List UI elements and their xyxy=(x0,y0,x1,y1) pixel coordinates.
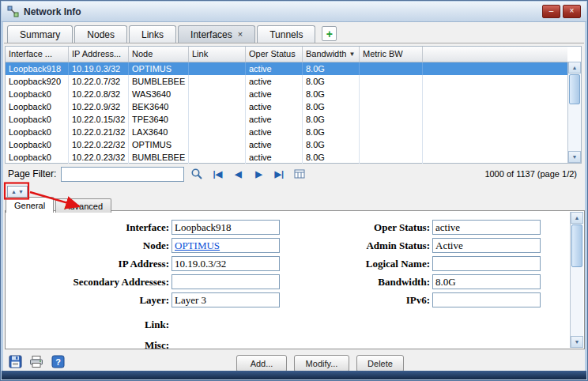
tab-close-icon[interactable]: × xyxy=(238,30,243,39)
table-row[interactable]: Loopback010.22.0.23/32BUMBLEBEEactive8.0… xyxy=(6,151,567,164)
table-vertical-scrollbar[interactable]: ▲ ▼ xyxy=(567,62,581,163)
last-page-button[interactable]: ▶| xyxy=(271,169,287,179)
table-row[interactable]: Loopback010.22.0.15/32TPE3640active8.0G xyxy=(6,113,567,126)
table-cell-filler xyxy=(423,138,567,151)
scroll-down-icon[interactable]: ▼ xyxy=(568,151,581,163)
add-tab-button[interactable]: + xyxy=(322,26,337,41)
collapse-panel-toggle[interactable]: ▲ ▼ xyxy=(7,186,28,198)
field-interface[interactable]: Loopback918 xyxy=(172,220,280,235)
previous-page-button[interactable]: ◀ xyxy=(230,169,246,179)
tab-summary[interactable]: Summary xyxy=(7,25,73,43)
scroll-down-icon[interactable]: ▼ xyxy=(571,336,583,348)
column-label: Bandwidth xyxy=(306,49,346,62)
table-row[interactable]: Loopback92010.22.0.7/32BUMBLEBEEactive8.… xyxy=(6,75,567,88)
save-button[interactable] xyxy=(7,355,23,369)
column-header-link[interactable]: Link xyxy=(189,47,246,62)
table-cell xyxy=(189,88,246,100)
table-cell: BEK3640 xyxy=(129,100,189,113)
tab-nodes[interactable]: Nodes xyxy=(74,25,127,43)
scrollbar-thumb[interactable] xyxy=(571,224,582,267)
tab-label: Nodes xyxy=(87,29,115,40)
field-ipv6[interactable] xyxy=(432,292,541,307)
delete-button[interactable]: Delete xyxy=(356,355,404,372)
field-logical-name[interactable] xyxy=(432,256,541,271)
interfaces-table: Interface ... IP Address... Node Link Op… xyxy=(5,46,582,164)
field-admin-status[interactable]: Active xyxy=(432,238,541,253)
table-cell: active xyxy=(246,138,303,151)
goto-page-button[interactable] xyxy=(292,167,307,181)
detail-form: Interface: Loopback918 Oper Status: acti… xyxy=(6,211,584,353)
column-header-ip-address[interactable]: IP Address... xyxy=(69,47,129,62)
first-page-button[interactable]: |◀ xyxy=(209,169,225,179)
tab-tunnels[interactable]: Tunnels xyxy=(257,25,315,43)
modify-button[interactable]: Modify... xyxy=(294,355,349,372)
table-cell: TPE3640 xyxy=(129,113,189,126)
table-row[interactable]: Loopback010.22.0.22/32OPTIMUSactive8.0G xyxy=(6,138,567,151)
table-cell: Loopback0 xyxy=(6,113,69,126)
field-label-secondary-addresses: Secondary Addresses: xyxy=(9,274,172,289)
table-row[interactable]: Loopback010.22.0.21/32LAX3640active8.0G xyxy=(6,126,567,138)
add-button[interactable]: Add... xyxy=(236,355,287,372)
tab-interfaces[interactable]: Interfaces × xyxy=(178,25,255,43)
field-label-interface: Interface: xyxy=(9,220,172,235)
table-cell: 8.0G xyxy=(303,138,360,151)
table-cell xyxy=(189,138,246,151)
field-label-ipv6: IPv6: xyxy=(280,292,432,307)
table-cell: 10.22.0.21/32 xyxy=(69,126,129,138)
next-page-button[interactable]: ▶ xyxy=(251,169,266,179)
detail-tab-general[interactable]: General xyxy=(6,197,54,213)
table-cell: 8.0G xyxy=(303,100,360,113)
field-label-ip-address: IP Address: xyxy=(9,256,172,271)
table-cell xyxy=(189,62,246,75)
tab-links[interactable]: Links xyxy=(129,25,176,43)
help-button[interactable]: ? xyxy=(50,355,66,369)
field-bandwidth[interactable]: 8.0G xyxy=(432,274,541,289)
field-node[interactable]: OPTIMUS xyxy=(172,238,280,253)
table-row[interactable]: Loopback010.22.0.8/32WAS3640active8.0G xyxy=(6,88,567,100)
detail-tab-advanced[interactable]: Advanced xyxy=(55,198,111,213)
footer-toolbar: ? Add... Modify... Delete xyxy=(5,351,583,372)
detail-vertical-scrollbar[interactable]: ▲ ▼ xyxy=(570,212,583,348)
table-cell-filler xyxy=(423,62,567,75)
node-link[interactable]: OPTIMUS xyxy=(175,240,220,251)
column-header-interface[interactable]: Interface ... xyxy=(6,47,69,62)
table-cell: 8.0G xyxy=(303,62,360,75)
table-cell: active xyxy=(246,62,303,75)
field-ip-address[interactable]: 10.19.0.3/32 xyxy=(172,256,280,271)
field-oper-status[interactable]: active xyxy=(432,220,541,235)
minimize-button[interactable]: – xyxy=(542,5,560,18)
page-filter-input[interactable] xyxy=(61,167,184,182)
table-cell-filler xyxy=(423,126,567,138)
close-button[interactable]: × xyxy=(563,5,581,18)
search-button[interactable] xyxy=(189,167,205,181)
table-cell xyxy=(189,151,246,164)
table-cell: Loopback0 xyxy=(6,100,69,113)
collapse-up-icon: ▲ xyxy=(11,188,17,196)
table-cell xyxy=(360,126,423,138)
field-label-oper-status: Oper Status: xyxy=(280,220,432,235)
scrollbar-thumb[interactable] xyxy=(569,74,580,104)
table-cell-filler xyxy=(423,88,567,100)
plus-icon: + xyxy=(326,28,333,40)
page-filter-label: Page Filter: xyxy=(8,168,56,179)
table-cell: Loopback0 xyxy=(6,126,69,138)
table-cell xyxy=(360,138,423,151)
table-cell: BUMBLEBEE xyxy=(129,151,189,164)
print-button[interactable] xyxy=(28,355,44,369)
scroll-up-icon[interactable]: ▲ xyxy=(571,212,583,224)
column-header-metric-bw[interactable]: Metric BW xyxy=(360,47,423,62)
table-row[interactable]: Loopback010.22.0.9/32BEK3640active8.0G xyxy=(6,100,567,113)
field-secondary-addresses[interactable] xyxy=(172,274,280,289)
column-header-oper-status[interactable]: Oper Status xyxy=(246,47,303,62)
table-cell xyxy=(360,88,423,100)
app-icon xyxy=(7,6,19,17)
column-header-bandwidth[interactable]: Bandwidth▼ xyxy=(303,47,360,62)
table-cell: active xyxy=(246,88,303,100)
field-layer[interactable]: Layer 3 xyxy=(172,292,280,307)
scroll-up-icon[interactable]: ▲ xyxy=(568,62,581,74)
table-cell: active xyxy=(246,75,303,88)
table-cell xyxy=(360,113,423,126)
table-row[interactable]: Loopback91810.19.0.3/32OPTIMUSactive8.0G xyxy=(6,62,567,75)
column-header-node[interactable]: Node xyxy=(129,47,189,62)
table-cell: Loopback0 xyxy=(6,88,69,100)
